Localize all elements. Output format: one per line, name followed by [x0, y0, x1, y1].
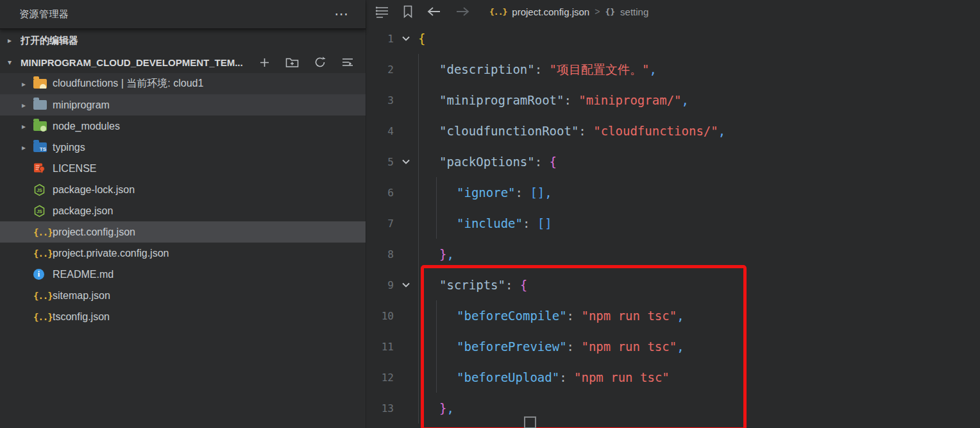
chevron-right-icon: ▸: [22, 101, 33, 110]
line-number: 7: [366, 218, 394, 230]
code-token: "npm run tsc": [581, 309, 677, 323]
tree-item-label: node_modules: [53, 121, 120, 132]
navigate-forward-icon[interactable]: [455, 6, 470, 17]
code-line-4[interactable]: 4"cloudfunctionRoot": "cloudfunctions/",: [366, 116, 980, 146]
tree-item-cloudfunctions[interactable]: ▸cloudfunctions | 当前环境: cloud1: [0, 73, 366, 94]
code-line-content: },: [418, 393, 980, 424]
code-token: []: [537, 216, 552, 230]
code-line-10[interactable]: 10"beforeCompile": "npm run tsc",: [366, 300, 980, 331]
file-icon-slot: {..}: [33, 291, 53, 301]
editor-toolbar: {..} project.config.json > {} setting: [366, 0, 980, 23]
code-line-9[interactable]: 9"scripts": {: [366, 270, 980, 300]
line-number: 12: [366, 372, 394, 384]
artifact-square: [524, 416, 536, 428]
tree-item-typings[interactable]: ▸TStypings: [0, 137, 366, 158]
code-line-1[interactable]: 1{: [366, 23, 980, 54]
line-number: 11: [366, 341, 394, 353]
json-braces-icon: {..}: [33, 227, 53, 237]
code-token: "miniprogram/": [579, 93, 681, 107]
code-line-13[interactable]: 13},: [366, 393, 980, 424]
tree-item-label: LICENSE: [53, 163, 96, 175]
tree-item-label: package-lock.json: [53, 184, 135, 196]
chevron-right-icon: ▸: [22, 80, 33, 89]
code-token: "beforePreview": [457, 339, 567, 354]
code-line-3[interactable]: 3"miniprogramRoot": "miniprogram/",: [366, 85, 980, 116]
tree-item-readme-md[interactable]: iREADME.md: [0, 264, 366, 285]
file-icon-slot: [33, 121, 53, 131]
line-number: 3: [366, 94, 394, 107]
breadcrumb-file[interactable]: project.config.json: [512, 6, 589, 17]
tree-item-label: tsconfig.json: [53, 311, 110, 323]
tree-item-license[interactable]: LICENSE: [0, 158, 366, 179]
tree-item-sitemap-json[interactable]: {..}sitemap.json: [0, 285, 366, 306]
fold-chevron-icon[interactable]: [394, 282, 418, 288]
breadcrumb-symbol[interactable]: setting: [620, 6, 648, 17]
fold-chevron-icon[interactable]: [394, 158, 418, 165]
collapse-all-icon[interactable]: [341, 56, 354, 68]
code-token: }: [439, 401, 446, 415]
chevron-right-icon: ▸: [22, 122, 33, 131]
refresh-icon[interactable]: [314, 56, 326, 69]
code-token: "beforeCompile": [457, 309, 567, 323]
json-braces-icon: {..}: [33, 312, 53, 322]
code-line-2[interactable]: 2"description": "项目配置文件。",: [366, 54, 980, 85]
code-line-content: "cloudfunctionRoot": "cloudfunctions/",: [418, 116, 980, 146]
tree-item-node-modules[interactable]: ▸node_modules: [0, 116, 366, 137]
code-token: {: [550, 155, 557, 169]
line-number: 4: [366, 125, 394, 137]
code-token: :: [516, 185, 530, 200]
code-token: "npm run tsc": [581, 339, 677, 354]
navigate-back-icon[interactable]: [427, 6, 442, 17]
outline-list-icon[interactable]: [375, 5, 389, 18]
explorer-sidebar: 资源管理器 ⋯ ▸ 打开的编辑器 ▾ MINIPROGRAM_CLOUD_DEV…: [0, 0, 366, 428]
more-actions-icon[interactable]: ⋯: [334, 11, 349, 17]
code-line-content: "include": []: [418, 208, 980, 239]
new-file-icon[interactable]: [258, 56, 271, 69]
code-line-14[interactable]: 14: [366, 424, 980, 428]
code-line-8[interactable]: 8},: [366, 239, 980, 270]
json-file-icon: {..}: [489, 7, 507, 17]
tree-item-project-config-json[interactable]: {..}project.config.json: [0, 221, 366, 243]
code-line-12[interactable]: 12"beforeUpload": "npm run tsc": [366, 362, 980, 393]
code-line-content: "scripts": {: [418, 270, 980, 300]
new-folder-icon[interactable]: [285, 56, 299, 68]
breadcrumb-separator-icon: >: [595, 6, 600, 17]
tree-item-label: package.json: [53, 205, 113, 217]
code-line-7[interactable]: 7"include": []: [366, 208, 980, 239]
editor-pane: {..} project.config.json > {} setting 1{…: [366, 0, 980, 428]
tree-item-label: README.md: [53, 269, 114, 280]
line-number: 1: [366, 33, 394, 45]
sidebar-title-bar: 资源管理器 ⋯: [0, 0, 366, 30]
tree-item-package-lock-json[interactable]: JSpackage-lock.json: [0, 179, 366, 200]
file-icon-slot: JS: [33, 205, 53, 218]
file-tree: ▸cloudfunctions | 当前环境: cloud1▸miniprogr…: [0, 73, 366, 327]
tree-item-miniprogram[interactable]: ▸miniprogram: [0, 94, 366, 116]
section-open-editors[interactable]: ▸ 打开的编辑器: [0, 30, 366, 51]
section-root-folder[interactable]: ▾ MINIPROGRAM_CLOUD_DEVELOPMENT_TEM...: [0, 51, 366, 73]
code-line-content: "beforeCompile": "npm run tsc",: [418, 300, 980, 331]
tree-item-label: sitemap.json: [53, 290, 110, 302]
code-token: :: [564, 93, 579, 107]
fold-chevron-icon[interactable]: [394, 35, 418, 42]
tree-item-project-private-config-json[interactable]: {..}project.private.config.json: [0, 243, 366, 264]
sidebar-title: 资源管理器: [19, 8, 69, 21]
line-number: 9: [366, 279, 394, 291]
file-icon-slot: JS: [33, 184, 53, 196]
file-icon-slot: [33, 162, 53, 175]
tree-item-package-json[interactable]: JSpackage.json: [0, 200, 366, 221]
code-line-6[interactable]: 6"ignore": [],: [366, 177, 980, 208]
node-js-icon: JS: [33, 184, 46, 196]
root-folder-label: MINIPROGRAM_CLOUD_DEVELOPMENT_TEM...: [21, 57, 243, 68]
code-line-content: "beforePreview": "npm run tsc",: [418, 331, 980, 362]
tree-item-label: project.config.json: [53, 227, 135, 238]
bookmark-icon[interactable]: [402, 4, 414, 19]
code-line-content: "miniprogramRoot": "miniprogram/",: [418, 85, 980, 116]
code-line-content: "ignore": [],: [418, 177, 980, 208]
line-number: 6: [366, 187, 394, 199]
code-area: 1{2"description": "项目配置文件。",3"miniprogra…: [366, 23, 980, 428]
code-line-11[interactable]: 11"beforePreview": "npm run tsc",: [366, 331, 980, 362]
code-line-5[interactable]: 5"packOptions": {: [366, 146, 980, 177]
json-braces-icon: {..}: [33, 248, 53, 259]
tree-item-tsconfig-json[interactable]: {..}tsconfig.json: [0, 306, 366, 327]
code-line-content: },: [418, 239, 980, 270]
